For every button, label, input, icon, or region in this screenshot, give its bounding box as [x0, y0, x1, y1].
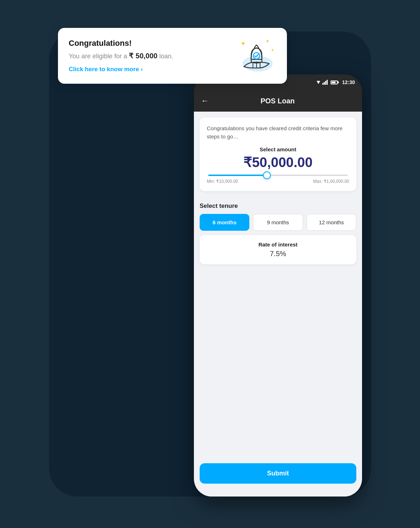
- rate-label: Rate of interest: [206, 241, 350, 248]
- slider-thumb[interactable]: [263, 171, 271, 179]
- notification-amount: ₹ 50,000: [129, 52, 157, 60]
- amount-display: ₹50,000.00: [207, 155, 349, 170]
- signal-triangle-icon: [317, 81, 320, 84]
- notification-title: Congratulations!: [69, 39, 233, 48]
- submit-area: Submit: [194, 458, 362, 489]
- subtitle-pre: You are eligible for a: [69, 53, 129, 60]
- back-button[interactable]: ←: [201, 96, 209, 106]
- congrats-card: Congratulations you have cleared credit …: [200, 117, 356, 191]
- tenure-12-months[interactable]: 12 months: [307, 214, 356, 231]
- subtitle-post: loan.: [157, 53, 173, 60]
- spacer: [194, 264, 362, 458]
- tenure-title: Select tenure: [200, 202, 356, 210]
- slider-track: [208, 175, 348, 176]
- rate-card: Rate of interest 7.5%: [200, 235, 356, 264]
- tenure-6-months[interactable]: 6 months: [200, 214, 249, 231]
- slider-labels: Min: ₹10,000.00 Max: ₹1,00,000.00: [207, 179, 349, 184]
- app-header: ← POS Loan: [194, 90, 362, 112]
- tenure-options: 6 months 9 months 12 months: [200, 214, 356, 231]
- slider-fill: [208, 175, 267, 176]
- slider-min-label: Min: ₹10,000.00: [207, 179, 238, 184]
- loan-bag-icon: ✦ ✦ ✦: [237, 38, 276, 74]
- amount-slider[interactable]: [207, 175, 349, 176]
- battery-icon: [331, 80, 338, 84]
- signal-bars-icon: [322, 80, 328, 85]
- svg-text:✦: ✦: [240, 40, 246, 47]
- know-more-link[interactable]: Click here to know more ›: [69, 66, 143, 73]
- phone-content: Congratulations you have cleared credit …: [194, 112, 362, 497]
- phone-frame: 12:30 ← POS Loan Congratulations you hav…: [194, 74, 362, 497]
- notification-subtitle: You are eligible for a ₹ 50,000 loan.: [69, 51, 233, 61]
- select-amount-label: Select amount: [207, 146, 349, 152]
- status-time: 12:30: [342, 79, 355, 85]
- phone-bottom-space: [194, 489, 362, 497]
- rate-value: 7.5%: [206, 250, 350, 258]
- submit-button[interactable]: Submit: [200, 463, 356, 484]
- battery-fill: [332, 82, 336, 83]
- svg-text:✦: ✦: [271, 48, 274, 52]
- tenure-9-months[interactable]: 9 months: [253, 214, 303, 231]
- notification-card: Congratulations! You are eligible for a …: [58, 28, 287, 84]
- svg-text:✦: ✦: [265, 38, 270, 44]
- notification-text: Congratulations! You are eligible for a …: [69, 39, 233, 73]
- status-icons: 12:30: [317, 79, 355, 85]
- congrats-text: Congratulations you have cleared credit …: [207, 124, 349, 141]
- header-title: POS Loan: [215, 97, 341, 105]
- slider-max-label: Max: ₹1,00,000.00: [313, 179, 349, 184]
- tenure-section: Select tenure 6 months 9 months 12 month…: [194, 197, 362, 264]
